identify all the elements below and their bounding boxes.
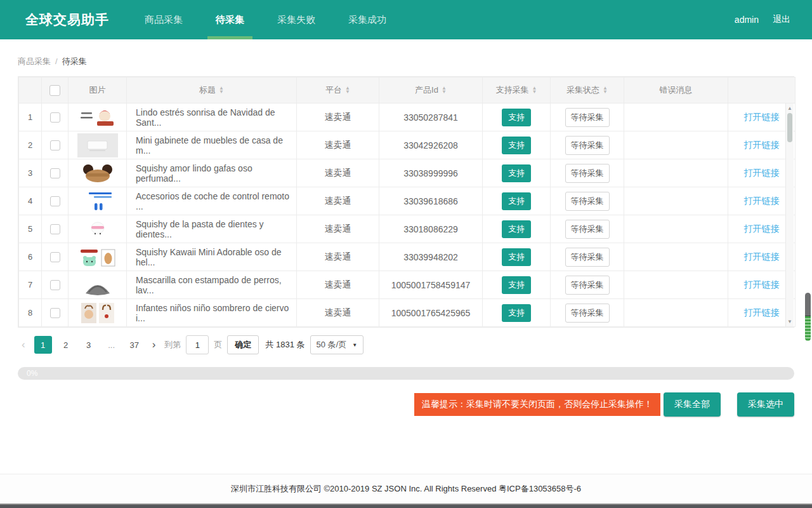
open-link[interactable]: 打开链接: [744, 224, 780, 234]
error-message: [624, 131, 728, 159]
product-image: [77, 217, 118, 241]
open-link[interactable]: 打开链接: [744, 112, 780, 122]
support-badge: 支持: [502, 164, 531, 182]
collect-all-button[interactable]: 采集全部: [664, 392, 721, 417]
prev-page-icon[interactable]: ‹: [18, 338, 29, 351]
product-image: [77, 133, 118, 157]
goto-page-label: 到第: [164, 339, 181, 351]
table-scrollbar[interactable]: ▲ ▼: [785, 104, 794, 326]
status-button[interactable]: 等待采集: [565, 276, 610, 295]
page-scrollbar-thumb[interactable]: [805, 293, 811, 341]
row-checkbox[interactable]: [50, 308, 60, 318]
row-checkbox[interactable]: [50, 280, 60, 290]
scroll-up-icon[interactable]: ▲: [786, 105, 794, 111]
error-column-header: 错误消息: [624, 77, 728, 104]
row-index: 2: [19, 131, 42, 159]
open-link[interactable]: 打开链接: [744, 251, 780, 262]
row-checkbox[interactable]: [50, 168, 60, 178]
row-index: 1: [19, 104, 42, 131]
status-button[interactable]: 等待采集: [565, 248, 610, 267]
select-all-checkbox[interactable]: [49, 85, 60, 96]
row-index: 7: [19, 271, 42, 299]
bottom-bar: [0, 504, 812, 508]
product-image: [77, 245, 118, 269]
username-link[interactable]: admin: [735, 15, 759, 25]
tab-collect-success[interactable]: 采集成功: [332, 0, 403, 39]
sort-icon-product-id[interactable]: ▲▼: [442, 86, 447, 94]
error-message: [624, 243, 728, 271]
collect-progress-bar: 0%: [18, 367, 794, 380]
page-button-1[interactable]: 1: [34, 336, 52, 354]
platform-value: 速卖通: [297, 299, 379, 327]
support-badge: 支持: [502, 192, 531, 210]
logout-link[interactable]: 退出: [773, 14, 790, 25]
error-message: [624, 104, 728, 131]
confirm-page-button[interactable]: 确定: [227, 335, 259, 354]
sort-icon-title[interactable]: ▲▼: [219, 86, 224, 94]
row-index: 8: [19, 299, 42, 327]
table-row: 8 Infantes niños niño sombrero de ciervo…: [19, 299, 796, 327]
title-column-header: 标题▲▼: [127, 77, 297, 104]
total-count: 共 1831 条: [265, 339, 304, 351]
support-badge: 支持: [502, 248, 531, 266]
product-image: [77, 189, 118, 213]
product-image: [77, 273, 118, 297]
image-column-header: 图片: [69, 77, 127, 104]
product-title: Accesorios de coche de control remoto ..…: [127, 187, 297, 215]
tab-product-collect[interactable]: 商品采集: [128, 0, 199, 39]
open-link[interactable]: 打开链接: [744, 196, 780, 206]
page-button-37[interactable]: 37: [126, 336, 143, 354]
sort-icon-support[interactable]: ▲▼: [532, 86, 537, 94]
page-unit-label: 页: [214, 339, 222, 351]
error-message: [624, 159, 728, 187]
support-badge: 支持: [502, 137, 531, 154]
row-checkbox[interactable]: [50, 252, 60, 262]
page-size-select[interactable]: 50 条/页 ▼: [310, 335, 364, 354]
link-column-header: [728, 77, 796, 104]
status-button[interactable]: 等待采集: [565, 304, 610, 323]
goto-page-input[interactable]: [186, 335, 209, 354]
row-checkbox[interactable]: [50, 112, 60, 123]
scroll-down-icon[interactable]: ▼: [786, 319, 794, 324]
platform-value: 速卖通: [297, 159, 379, 187]
tab-collect-failed[interactable]: 采集失败: [261, 0, 332, 39]
tab-pending-collect[interactable]: 待采集: [199, 0, 261, 39]
breadcrumb-parent[interactable]: 商品采集: [18, 57, 51, 66]
row-index: 6: [19, 243, 42, 271]
support-badge: 支持: [502, 304, 531, 322]
status-button[interactable]: 等待采集: [565, 108, 610, 127]
status-button[interactable]: 等待采集: [565, 164, 610, 183]
sort-icon-platform[interactable]: ▲▼: [345, 86, 350, 94]
row-checkbox[interactable]: [50, 224, 60, 234]
product-id-value: 1005001765425965: [379, 299, 483, 327]
page-size-value: 50 条/页: [317, 339, 347, 351]
sort-icon-status[interactable]: ▲▼: [603, 86, 608, 94]
page-button-2[interactable]: 2: [57, 336, 75, 354]
collect-selected-button[interactable]: 采集选中: [737, 392, 794, 417]
table-row: 4 Accesorios de coche de control remoto …: [19, 187, 796, 215]
status-button[interactable]: 等待采集: [565, 136, 610, 155]
product-title: Lindo estrés sonrisa de Navidad de Sant.…: [127, 104, 297, 131]
open-link[interactable]: 打开链接: [744, 307, 780, 318]
select-all-cell: [42, 77, 69, 104]
status-button[interactable]: 等待采集: [565, 192, 610, 211]
table-row: 3 Squishy amor lindo gafas oso perfumad.…: [19, 159, 796, 187]
product-id-value: 33039948202: [379, 243, 483, 271]
open-link[interactable]: 打开链接: [744, 168, 780, 178]
row-checkbox[interactable]: [50, 140, 60, 150]
breadcrumb-separator: /: [55, 57, 58, 66]
product-id-value: 33042926208: [379, 131, 483, 159]
next-page-icon[interactable]: ›: [148, 338, 160, 351]
row-checkbox[interactable]: [50, 196, 60, 206]
products-table: 图片 标题▲▼ 平台▲▼ 产品Id▲▼ 支持采集▲▼ 采集状态▲▼ 错误消息 1…: [18, 76, 794, 328]
product-id-value: 1005001758459147: [379, 271, 483, 299]
scrollbar-progress-stripes: [805, 316, 811, 341]
product-id-value: 33038999996: [379, 159, 483, 187]
table-row: 7 Mascarilla con estampado de perros, la…: [19, 271, 796, 299]
open-link[interactable]: 打开链接: [744, 140, 780, 150]
page-button-3[interactable]: 3: [80, 336, 98, 354]
table-scrollbar-thumb[interactable]: [787, 113, 792, 142]
open-link[interactable]: 打开链接: [744, 279, 780, 290]
status-button[interactable]: 等待采集: [565, 220, 610, 239]
table-row: 6 Squishy Kawaii Mini Adorable oso de he…: [19, 243, 796, 271]
